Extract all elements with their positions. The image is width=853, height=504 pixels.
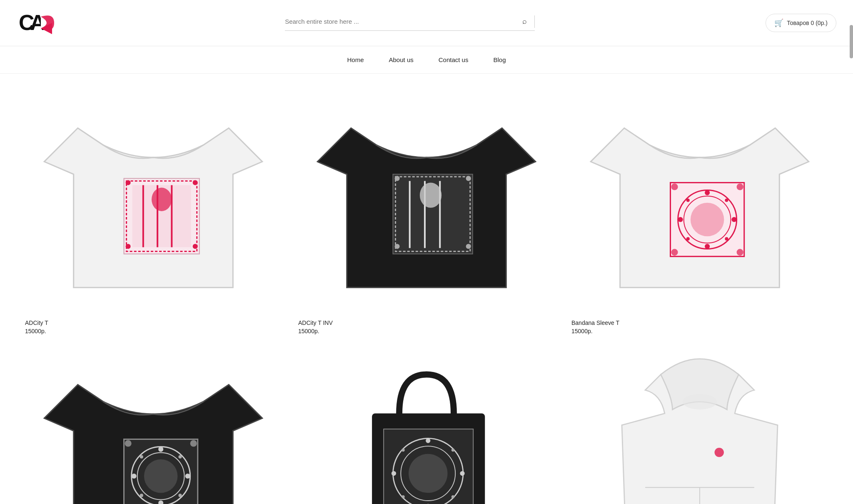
svg-point-44 — [158, 447, 163, 452]
nav-item-blog[interactable]: Blog — [493, 55, 506, 65]
svg-point-34 — [686, 237, 690, 240]
product-name: ADCity T — [25, 319, 282, 326]
products-grid: ADCity T 15000р. ADCity — [0, 74, 853, 504]
scrollbar[interactable] — [850, 25, 853, 58]
product-name: Bandana Sleeve T — [571, 319, 828, 326]
svg-point-36 — [671, 183, 678, 190]
svg-point-48 — [140, 455, 143, 458]
product-card[interactable]: ADCity T INV 15000р. — [290, 86, 563, 343]
search-divider — [534, 15, 535, 28]
product-image — [571, 95, 828, 313]
svg-point-27 — [691, 203, 724, 237]
svg-point-10 — [126, 180, 131, 185]
product-card[interactable]: Tote Bag — [290, 343, 563, 504]
product-card[interactable]: Bandana Sleeve T 15000р. — [563, 86, 836, 343]
svg-point-52 — [125, 440, 132, 447]
product-price: 15000р. — [571, 328, 828, 334]
product-card[interactable]: Hoodie — [563, 343, 836, 504]
svg-point-49 — [178, 455, 182, 458]
product-name: ADCity T INV — [298, 319, 555, 326]
svg-point-12 — [126, 244, 131, 249]
svg-point-64 — [460, 471, 464, 476]
product-image — [25, 351, 282, 504]
cart-button[interactable]: 🛒 Товаров 0 (0р.) — [766, 14, 836, 32]
svg-point-35 — [725, 237, 728, 240]
product-image — [298, 95, 555, 313]
nav-item-contact[interactable]: Contact us — [439, 55, 469, 65]
nav-item-home[interactable]: Home — [347, 55, 364, 65]
cart-label: Товаров 0 (0р.) — [787, 20, 828, 26]
product-image — [298, 351, 555, 504]
svg-point-61 — [426, 438, 430, 443]
svg-point-71 — [715, 447, 724, 457]
svg-point-51 — [178, 494, 182, 497]
svg-point-39 — [737, 249, 743, 256]
svg-point-37 — [737, 183, 743, 190]
svg-point-67 — [402, 495, 404, 498]
search-bar: ⌕ — [285, 15, 535, 31]
svg-point-38 — [671, 249, 678, 256]
svg-point-30 — [678, 217, 683, 222]
search-input[interactable] — [285, 18, 519, 25]
svg-point-22 — [394, 244, 399, 249]
svg-point-43 — [144, 459, 178, 493]
svg-point-66 — [451, 448, 454, 451]
header: C A ⌕ 🛒 Товаров 0 (0р.) — [0, 0, 853, 46]
product-image — [571, 351, 828, 504]
svg-point-31 — [732, 217, 737, 222]
svg-point-28 — [705, 190, 710, 195]
svg-point-13 — [193, 244, 198, 249]
svg-point-11 — [193, 180, 198, 185]
svg-point-46 — [132, 474, 137, 479]
svg-point-53 — [190, 440, 197, 447]
product-image — [25, 95, 282, 313]
svg-point-32 — [686, 199, 690, 202]
product-card[interactable]: Bandana Sleeve T INV — [17, 343, 290, 504]
search-button[interactable]: ⌕ — [519, 17, 530, 26]
svg-point-9 — [152, 188, 172, 211]
svg-point-47 — [185, 474, 190, 479]
logo[interactable]: C A — [17, 8, 54, 37]
nav-item-about[interactable]: About us — [389, 55, 414, 65]
search-icon: ⌕ — [522, 17, 527, 25]
svg-point-33 — [725, 199, 728, 202]
svg-point-23 — [466, 244, 471, 249]
svg-point-63 — [392, 471, 396, 476]
svg-point-72 — [683, 394, 717, 409]
svg-point-68 — [451, 495, 454, 498]
product-price: 15000р. — [25, 328, 282, 334]
svg-point-60 — [409, 454, 447, 492]
product-price: 15000р. — [298, 328, 555, 334]
navigation: Home About us Contact us Blog — [0, 46, 853, 74]
svg-point-50 — [140, 494, 143, 497]
svg-point-20 — [394, 176, 399, 181]
cart-icon: 🛒 — [774, 18, 783, 27]
svg-point-19 — [420, 182, 441, 207]
svg-point-65 — [402, 448, 404, 451]
svg-point-29 — [705, 244, 710, 249]
logo-icon: C A — [17, 8, 54, 37]
product-card[interactable]: ADCity T 15000р. — [17, 86, 290, 343]
svg-point-21 — [466, 176, 471, 181]
